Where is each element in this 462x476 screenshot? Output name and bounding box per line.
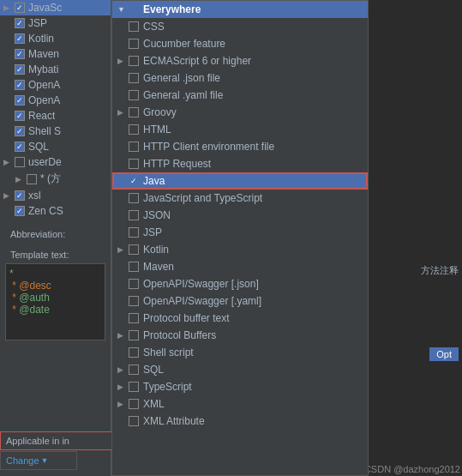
- item-label: Maven: [143, 261, 174, 273]
- item-label: React: [28, 110, 55, 122]
- item-checkbox[interactable]: [129, 313, 139, 323]
- item-checkbox[interactable]: [15, 142, 25, 152]
- item-checkbox[interactable]: [129, 262, 139, 272]
- abbreviation-section: Abbreviation: Template text: * * @desc *…: [0, 224, 111, 342]
- tree-item-kotlin[interactable]: Kotlin: [0, 31, 111, 46]
- expand-arrow-icon: ▶: [117, 108, 126, 117]
- tree-item-jsp[interactable]: JSP: [0, 15, 111, 31]
- dropdown-item-typescript[interactable]: ▶ TypeScript: [112, 378, 368, 395]
- tree-item-wildcard[interactable]: ▶ * (方: [0, 170, 111, 188]
- item-checkbox[interactable]: [129, 210, 139, 220]
- change-dropdown-arrow[interactable]: ▼: [41, 456, 49, 465]
- dropdown-item-kotlin[interactable]: ▶ Kotlin: [112, 241, 368, 258]
- item-checkbox[interactable]: [15, 157, 25, 167]
- item-checkbox[interactable]: [129, 296, 139, 306]
- item-label: CSS: [143, 21, 165, 33]
- item-checkbox[interactable]: [129, 227, 139, 238]
- item-checkbox[interactable]: [129, 124, 139, 135]
- dropdown-item-cucumber[interactable]: Cucumber feature: [112, 35, 368, 52]
- item-checkbox[interactable]: [129, 347, 139, 358]
- dropdown-item-json[interactable]: JSON: [112, 207, 368, 224]
- item-checkbox[interactable]: [129, 90, 139, 100]
- dropdown-item-java[interactable]: Java: [112, 172, 368, 190]
- item-checkbox[interactable]: [129, 176, 139, 186]
- item-checkbox[interactable]: [129, 365, 139, 375]
- change-label[interactable]: Change: [6, 455, 39, 466]
- dropdown-item-maven[interactable]: Maven: [112, 258, 368, 275]
- dropdown-item-groovy[interactable]: ▶ Groovy: [112, 104, 368, 121]
- item-checkbox[interactable]: [15, 64, 25, 75]
- item-checkbox[interactable]: [129, 416, 139, 426]
- item-label: TypeScript: [143, 381, 192, 393]
- item-label: OpenA: [28, 79, 60, 91]
- dropdown-item-ecma[interactable]: ▶ ECMAScript 6 or higher: [112, 52, 368, 69]
- tree-item-shell[interactable]: Shell S: [0, 124, 111, 139]
- item-checkbox[interactable]: [15, 126, 25, 136]
- dropdown-item-shell-script[interactable]: Shell script: [112, 344, 368, 361]
- tree-item-xsl[interactable]: ▶ xsl: [0, 188, 111, 203]
- change-row[interactable]: Change ▼: [0, 451, 77, 470]
- item-checkbox[interactable]: [129, 142, 139, 152]
- tree-item-maven[interactable]: Maven: [0, 46, 111, 62]
- item-checkbox[interactable]: [129, 73, 139, 83]
- dropdown-menu[interactable]: ▼ Everywhere CSS Cucumber feature ▶ ECMA…: [111, 0, 369, 476]
- item-checkbox[interactable]: [15, 206, 25, 216]
- tree-item-openapi1[interactable]: OpenA: [0, 77, 111, 93]
- dropdown-item-css[interactable]: CSS: [112, 18, 368, 35]
- tree-item-userde[interactable]: ▶ userDe: [0, 154, 111, 170]
- item-checkbox[interactable]: [15, 111, 25, 121]
- item-checkbox[interactable]: [15, 33, 25, 44]
- dropdown-header-everywhere[interactable]: ▼ Everywhere: [112, 1, 368, 18]
- dropdown-item-json-file[interactable]: General .json file: [112, 69, 368, 87]
- item-checkbox[interactable]: [129, 330, 139, 340]
- item-checkbox[interactable]: [129, 21, 139, 32]
- dropdown-item-xml-attr[interactable]: XML Attribute: [112, 413, 368, 430]
- item-checkbox[interactable]: [129, 279, 139, 289]
- right-label: 方法注释: [421, 264, 459, 277]
- tree-item-javascript[interactable]: ▶ JavaSc: [0, 0, 111, 15]
- dropdown-item-openapi-yaml[interactable]: OpenAPI/Swagger [.yaml]: [112, 292, 368, 310]
- dropdown-item-proto-text[interactable]: Protocol buffer text: [112, 310, 368, 327]
- tree-item-mybatis[interactable]: Mybati: [0, 62, 111, 77]
- item-checkbox[interactable]: [129, 159, 139, 169]
- dropdown-item-proto-buffers[interactable]: ▶ Protocol Buffers: [112, 327, 368, 344]
- item-checkbox[interactable]: [129, 107, 139, 117]
- item-checkbox[interactable]: [129, 399, 139, 409]
- item-checkbox[interactable]: [15, 95, 25, 105]
- tree-item-openapi2[interactable]: OpenA: [0, 93, 111, 108]
- item-label: HTTP Request: [143, 158, 211, 170]
- item-label: JSON: [143, 209, 171, 221]
- item-label: SQL: [28, 141, 49, 153]
- item-checkbox[interactable]: [15, 190, 25, 201]
- dropdown-item-http-request[interactable]: HTTP Request: [112, 155, 368, 172]
- dropdown-item-html[interactable]: HTML: [112, 121, 368, 138]
- dropdown-item-js-ts[interactable]: JavaScript and TypeScript: [112, 190, 368, 207]
- item-checkbox[interactable]: [15, 18, 25, 28]
- item-checkbox[interactable]: [129, 244, 139, 255]
- dropdown-item-http-env[interactable]: HTTP Client environment file: [112, 138, 368, 155]
- item-checkbox[interactable]: [27, 174, 37, 184]
- dropdown-item-yaml-file[interactable]: General .yaml file: [112, 87, 368, 104]
- item-label: Kotlin: [143, 244, 169, 256]
- item-label: Mybati: [28, 63, 58, 75]
- item-checkbox[interactable]: [15, 80, 25, 90]
- tree-item-react[interactable]: React: [0, 108, 111, 124]
- right-panel: 方法注释 Opt: [369, 0, 462, 476]
- item-checkbox[interactable]: [129, 39, 139, 49]
- item-label: xsl: [28, 190, 41, 202]
- item-label: OpenA: [28, 94, 60, 106]
- item-label: ECMAScript 6 or higher: [143, 55, 251, 67]
- item-checkbox[interactable]: [129, 382, 139, 392]
- tree-item-zencs[interactable]: Zen CS: [0, 203, 111, 219]
- dropdown-item-xml[interactable]: ▶ XML: [112, 395, 368, 413]
- dropdown-item-jsp[interactable]: JSP: [112, 224, 368, 241]
- item-checkbox[interactable]: [129, 56, 139, 66]
- item-checkbox[interactable]: [129, 193, 139, 203]
- dropdown-item-openapi-json[interactable]: OpenAPI/Swagger [.json]: [112, 275, 368, 292]
- item-label: HTTP Client environment file: [143, 141, 274, 153]
- tree-item-sql[interactable]: SQL: [0, 139, 111, 154]
- opt-button[interactable]: Opt: [429, 347, 459, 361]
- item-checkbox[interactable]: [15, 49, 25, 59]
- item-checkbox[interactable]: [15, 3, 25, 13]
- dropdown-item-sql[interactable]: ▶ SQL: [112, 361, 368, 378]
